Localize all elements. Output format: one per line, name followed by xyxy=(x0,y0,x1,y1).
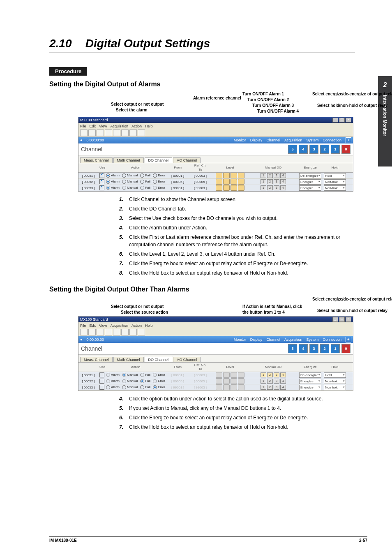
manualdo-2-button[interactable]: 2 xyxy=(267,372,273,377)
status-connection[interactable]: Connection xyxy=(323,338,341,342)
status-display[interactable]: Display xyxy=(250,338,263,342)
mode-icon-2[interactable]: 4 xyxy=(299,145,308,154)
toolbar-paste[interactable] xyxy=(121,130,129,136)
status-channel[interactable]: Channel xyxy=(266,138,280,142)
tab-math[interactable]: Math Channel xyxy=(113,357,144,362)
action-alarm-radio[interactable] xyxy=(106,173,110,178)
status-display[interactable]: Display xyxy=(250,138,263,142)
energize-select[interactable]: Energize▾ xyxy=(299,385,321,390)
tab-math[interactable]: Math Channel xyxy=(113,157,144,163)
toolbar-cut[interactable] xyxy=(105,130,112,136)
level-1-button[interactable] xyxy=(216,179,222,185)
status-system[interactable]: System xyxy=(306,138,318,142)
toolbar-cut[interactable] xyxy=(105,329,112,335)
level-1-button[interactable] xyxy=(216,173,222,178)
status-acq[interactable]: Acquisition xyxy=(284,338,302,342)
status-monitor[interactable]: Monitor xyxy=(234,338,246,342)
toolbar-paste[interactable] xyxy=(121,329,129,335)
hold-select[interactable]: Hold▾ xyxy=(324,372,346,378)
status-acq[interactable]: Acquisition xyxy=(284,138,302,142)
hold-select[interactable]: Non-hold▾ xyxy=(324,185,346,191)
action-alarm-radio[interactable] xyxy=(106,180,110,184)
status-connection[interactable]: Connection xyxy=(323,138,341,142)
tab-do[interactable]: DO Channel xyxy=(145,157,173,163)
action-manual-radio[interactable] xyxy=(122,180,126,184)
action-error-radio[interactable] xyxy=(153,186,157,190)
menu-action[interactable]: Action xyxy=(131,124,142,128)
minimize-button[interactable]: _ xyxy=(332,317,338,322)
mode-icon-3[interactable]: 3 xyxy=(309,344,318,353)
toolbar-zoom[interactable] xyxy=(129,329,137,335)
tab-do[interactable]: DO Channel xyxy=(145,357,173,362)
maximize-button[interactable]: □ xyxy=(339,118,345,123)
manualdo-3-button[interactable]: 3 xyxy=(274,372,279,377)
menu-acq[interactable]: Acquisition xyxy=(110,124,128,128)
menu-acq[interactable]: Acquisition xyxy=(110,324,128,328)
action-fail-radio[interactable] xyxy=(140,180,144,184)
toolbar-help[interactable] xyxy=(138,329,145,335)
action-alarm-radio[interactable] xyxy=(106,385,110,389)
toolbar-save[interactable] xyxy=(97,130,104,136)
action-error-radio[interactable] xyxy=(153,180,157,184)
level-3-button[interactable] xyxy=(231,179,237,185)
level-1-button[interactable] xyxy=(216,185,222,191)
toolbar-new[interactable] xyxy=(80,130,88,136)
menu-view[interactable]: View xyxy=(99,124,107,128)
mode-icon-5[interactable]: 1 xyxy=(331,145,340,154)
mode-icon-4[interactable]: 2 xyxy=(320,344,329,353)
menu-help[interactable]: Help xyxy=(145,324,153,328)
energize-select[interactable]: Energize▾ xyxy=(299,379,321,384)
level-4-button[interactable] xyxy=(238,179,244,185)
close-button[interactable]: × xyxy=(346,118,351,123)
action-alarm-radio[interactable] xyxy=(106,373,110,377)
energize-select[interactable]: Energize▾ xyxy=(299,179,321,185)
ref-to[interactable]: [ 99003 ] xyxy=(189,186,212,190)
manualdo-1-button[interactable]: 1 xyxy=(261,372,266,377)
status-system[interactable]: System xyxy=(306,338,318,342)
menu-file[interactable]: File xyxy=(80,324,86,328)
status-monitor[interactable]: Monitor xyxy=(234,138,246,142)
minimize-button[interactable]: _ xyxy=(332,118,338,123)
toolbar-open[interactable] xyxy=(88,329,96,335)
ref-from[interactable]: [ 00005 ] xyxy=(166,180,189,184)
menu-action[interactable]: Action xyxy=(131,324,142,328)
action-error-radio[interactable] xyxy=(153,379,157,383)
use-checkbox[interactable] xyxy=(99,179,104,184)
action-manual-radio[interactable] xyxy=(122,379,126,383)
mode-icon-6[interactable]: 0 xyxy=(341,344,350,353)
mode-icon-6[interactable]: 0 xyxy=(341,145,350,154)
mode-icon-4[interactable]: 2 xyxy=(320,145,329,154)
use-checkbox[interactable] xyxy=(99,185,104,190)
ref-from[interactable]: [ 99001 ] xyxy=(166,186,189,190)
tab-meas[interactable]: Meas. Channel xyxy=(80,157,113,163)
level-2-button[interactable] xyxy=(223,173,230,178)
toolbar-copy[interactable] xyxy=(113,130,120,136)
tab-ao[interactable]: AO Channel xyxy=(173,157,201,163)
toolbar-save[interactable] xyxy=(97,329,104,335)
use-checkbox[interactable] xyxy=(99,173,104,178)
level-2-button[interactable] xyxy=(223,179,230,185)
menu-help[interactable]: Help xyxy=(145,124,153,128)
ref-to[interactable]: [ 00003 ] xyxy=(189,174,212,178)
action-error-radio[interactable] xyxy=(153,373,157,377)
toolbar-help[interactable] xyxy=(138,130,145,136)
level-2-button[interactable] xyxy=(223,185,230,191)
action-alarm-radio[interactable] xyxy=(106,186,110,190)
menu-edit[interactable]: Edit xyxy=(90,124,96,128)
status-channel[interactable]: Channel xyxy=(266,338,280,342)
hold-select[interactable]: Non-hold▾ xyxy=(324,379,346,384)
toolbar-open[interactable] xyxy=(88,130,96,136)
close-button[interactable]: × xyxy=(346,317,351,322)
use-checkbox[interactable] xyxy=(99,372,104,377)
toolbar-new[interactable] xyxy=(80,329,88,335)
menu-edit[interactable]: Edit xyxy=(90,324,96,328)
maximize-button[interactable]: □ xyxy=(339,317,345,322)
mode-icon-2[interactable]: 4 xyxy=(299,344,308,353)
action-alarm-radio[interactable] xyxy=(106,379,110,383)
action-manual-radio[interactable] xyxy=(122,385,126,389)
hold-select[interactable]: Hold▾ xyxy=(324,173,346,178)
ref-to[interactable]: [ 00005 ] xyxy=(189,180,212,184)
energize-select[interactable]: De-energize▾ xyxy=(299,372,321,378)
energize-select[interactable]: Energize▾ xyxy=(299,185,321,191)
mode-icon-3[interactable]: 3 xyxy=(309,145,318,154)
